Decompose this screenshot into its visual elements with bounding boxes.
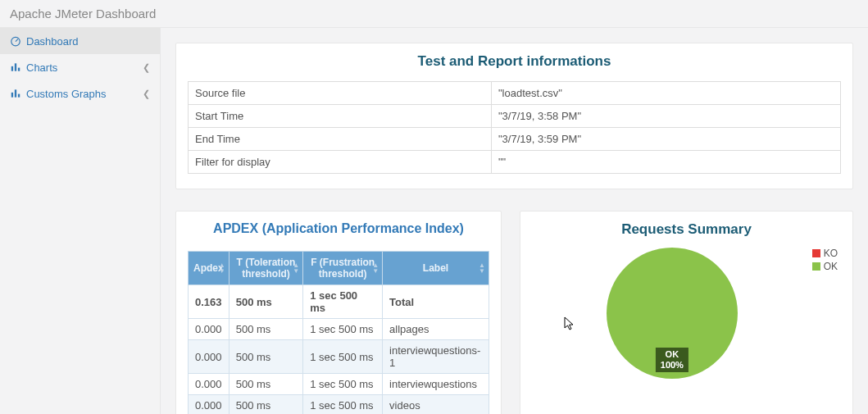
- info-row: Source file"loadtest.csv": [189, 82, 841, 105]
- sidebar-item-label: Customs Graphs: [26, 88, 107, 100]
- pie-chart: OK 100%: [532, 248, 812, 379]
- info-label: Start Time: [189, 105, 492, 128]
- info-table: Source file"loadtest.csv" Start Time"3/7…: [188, 81, 841, 174]
- requests-panel: Requests Summary OK 100% KO: [520, 211, 853, 414]
- sidebar: Dashboard Charts ❮ Custo: [0, 28, 161, 414]
- cell-label: Total: [383, 285, 489, 319]
- apdex-row: 0.000500 ms1 sec 500 msinterviewquestion…: [189, 340, 489, 374]
- legend-item-ok[interactable]: OK: [812, 261, 838, 272]
- info-value: "loadtest.csv": [492, 82, 841, 105]
- chevron-left-icon: ❮: [143, 89, 150, 99]
- sidebar-item-dashboard[interactable]: Dashboard: [0, 28, 160, 54]
- info-row: Start Time"3/7/19, 3:58 PM": [189, 105, 841, 128]
- svg-rect-4: [11, 93, 13, 98]
- info-panel: Test and Report informations Source file…: [175, 43, 853, 189]
- pie-label: OK 100%: [656, 348, 688, 372]
- info-label: Source file: [189, 82, 492, 105]
- chart-icon: [10, 61, 21, 73]
- requests-panel-title: Requests Summary: [532, 221, 841, 238]
- main-content: Test and Report informations Source file…: [161, 28, 868, 414]
- apdex-header-label[interactable]: Label▲▼: [383, 252, 489, 285]
- apdex-header-t[interactable]: T (Toleration threshold)▲▼: [229, 252, 303, 285]
- apdex-row: 0.000500 ms1 sec 500 msallpages: [189, 319, 489, 340]
- sort-icon: ▲▼: [372, 262, 379, 274]
- cell-apdex: 0.163: [189, 285, 229, 319]
- sidebar-item-charts[interactable]: Charts ❮: [0, 54, 160, 80]
- info-value: "3/7/19, 3:58 PM": [492, 105, 841, 128]
- apdex-panel: APDEX (Application Performance Index) Ap…: [175, 211, 502, 414]
- sort-icon: ▲▼: [219, 262, 225, 274]
- swatch-ok: [812, 262, 820, 271]
- info-row: End Time"3/7/19, 3:59 PM": [189, 128, 841, 151]
- apdex-panel-title: APDEX (Application Performance Index): [188, 221, 489, 236]
- legend-item-ko[interactable]: KO: [812, 248, 838, 259]
- sidebar-item-label: Dashboard: [26, 35, 79, 48]
- apdex-header-f[interactable]: F (Frustration threshold)▲▼: [303, 252, 383, 285]
- chevron-left-icon: ❮: [143, 62, 150, 73]
- svg-rect-2: [15, 63, 16, 71]
- info-value: "": [492, 151, 841, 174]
- apdex-row: 0.000500 ms1 sec 500 msvideos: [189, 395, 489, 415]
- chart-legend: KO OK: [812, 248, 841, 274]
- swatch-ko: [812, 249, 820, 257]
- cell-f: 1 sec 500 ms: [303, 285, 383, 319]
- chart-icon: [10, 88, 21, 99]
- apdex-row: 0.000500 ms1 sec 500 msinterviewquestion…: [189, 374, 489, 395]
- svg-rect-5: [15, 89, 16, 97]
- sort-icon: ▲▼: [293, 262, 299, 274]
- sort-icon: ▲▼: [479, 262, 485, 274]
- info-value: "3/7/19, 3:59 PM": [492, 128, 841, 151]
- apdex-table: Apdex▲▼ T (Toleration threshold)▲▼ F (Fr…: [188, 251, 489, 414]
- apdex-header-apdex[interactable]: Apdex▲▼: [189, 252, 229, 285]
- info-row: Filter for display"": [189, 151, 841, 174]
- dashboard-icon: [10, 35, 21, 47]
- info-panel-title: Test and Report informations: [188, 53, 841, 70]
- sidebar-item-customs-graphs[interactable]: Customs Graphs ❮: [0, 80, 160, 107]
- cell-t: 500 ms: [229, 285, 303, 319]
- sidebar-item-label: Charts: [26, 61, 57, 74]
- topbar: Apache JMeter Dashboard: [0, 0, 868, 28]
- info-label: End Time: [189, 128, 492, 151]
- svg-rect-6: [18, 94, 20, 98]
- svg-rect-3: [18, 68, 20, 71]
- pie-slice-ok: OK 100%: [607, 248, 738, 379]
- info-label: Filter for display: [189, 151, 492, 174]
- svg-rect-1: [11, 66, 13, 71]
- app-title: Apache JMeter Dashboard: [10, 7, 156, 20]
- apdex-total-row: 0.163 500 ms 1 sec 500 ms Total: [189, 285, 489, 319]
